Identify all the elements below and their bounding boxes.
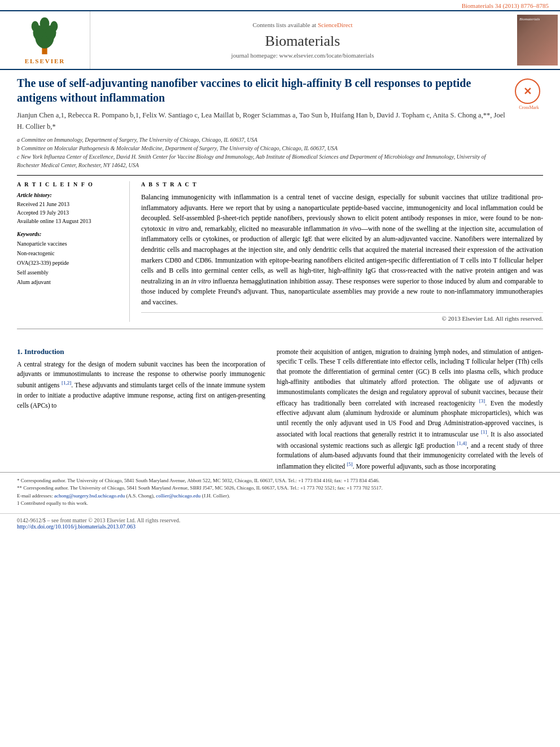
cover-title-text: Biomaterials: [519, 17, 540, 21]
journal-header: ELSEVIER Contents lists available at Sci…: [0, 10, 560, 70]
article-info-column: A R T I C L E I N F O Article history: R…: [17, 181, 130, 322]
svg-point-6: [40, 18, 50, 30]
email-link-chong[interactable]: achong@surgery.bsd.uchicago.edu: [54, 493, 125, 499]
authors-line: Jianjun Chen a,1, Rebecca R. Pompano b,1…: [17, 110, 509, 132]
svg-point-4: [32, 21, 39, 32]
keyword-3: Self assembly: [17, 268, 121, 277]
info-abstract-columns: A R T I C L E I N F O Article history: R…: [17, 181, 543, 322]
affiliation-c: c New York Influenza Center of Excellenc…: [17, 154, 486, 168]
elsevier-tree-icon: [28, 16, 62, 55]
journal-cover-image: Biomaterials: [517, 15, 558, 65]
article-title: The use of self-adjuvanting nanofiber va…: [17, 76, 509, 105]
ref-5[interactable]: [5]: [347, 461, 353, 467]
affiliation-a: a Committee on Immunology, Department of…: [17, 137, 257, 143]
citation-text: Biomaterials 34 (2013) 8776–8785: [462, 2, 549, 9]
section-number: 1. Introduction: [17, 347, 64, 356]
keywords-label: Keywords:: [17, 231, 121, 237]
journal-cover-area: Biomaterials: [515, 11, 560, 69]
keywords-section: Keywords: Nanoparticle vaccines Non-reac…: [17, 231, 121, 287]
keyword-1: Non-reactogenic: [17, 248, 121, 258]
abstract-text: Balancing immunogenicity with inflammati…: [141, 192, 543, 308]
elsevier-text: ELSEVIER: [25, 58, 65, 64]
section-divider: [17, 329, 543, 329]
doi-link[interactable]: http://dx.doi.org/10.1016/j.biomaterials…: [17, 523, 135, 530]
journal-title: Biomaterials: [265, 33, 340, 50]
ref-1-4[interactable]: [1,4]: [457, 440, 467, 446]
crossmark-badge[interactable]: ✕ CrossMark: [515, 78, 543, 110]
accepted-date: Accepted 19 July 2013: [17, 208, 121, 217]
article-title-area: The use of self-adjuvanting nanofiber va…: [17, 76, 509, 169]
abstract-column: A B S T R A C T Balancing immunogenicity…: [141, 181, 543, 322]
article-content: The use of self-adjuvanting nanofiber va…: [0, 70, 560, 347]
top-citation-bar: Biomaterials 34 (2013) 8776–8785: [0, 0, 560, 10]
footnote-equal-contrib: 1 Contributed equally to this work.: [17, 500, 543, 508]
email-link-collier[interactable]: collier@uchicago.edu: [156, 493, 200, 499]
body-right-column: promote their acquisition of antigen, mi…: [277, 347, 543, 472]
keyword-0: Nanoparticle vaccines: [17, 239, 121, 248]
bottom-bar: 0142-9612/$ – see front matter © 2013 El…: [0, 513, 560, 533]
issn-text: 0142-9612/$ – see front matter © 2013 El…: [17, 517, 180, 523]
elsevier-logo-area: ELSEVIER: [0, 11, 90, 69]
intro-paragraph-left: A central strategy for the design of mod…: [17, 360, 265, 411]
footnote-star: * Corresponding author. The University o…: [17, 477, 543, 485]
footnote-email: E-mail addresses: achong@surgery.bsd.uch…: [17, 492, 543, 500]
copyright-notice: © 2013 Elsevier Ltd. All rights reserved…: [141, 312, 543, 322]
keyword-4: Alum adjuvant: [17, 277, 121, 287]
article-title-section: The use of self-adjuvanting nanofiber va…: [17, 76, 543, 176]
elsevier-logo: ELSEVIER: [25, 16, 65, 64]
body-columns: 1. Introduction A central strategy for t…: [0, 347, 560, 472]
footnotes-area: * Corresponding author. The University o…: [0, 472, 560, 513]
ref-1[interactable]: [1]: [481, 429, 487, 435]
body-left-column: 1. Introduction A central strategy for t…: [17, 347, 265, 472]
affiliation-b: b Committee on Molecular Pathogenesis & …: [17, 145, 338, 151]
science-direct-link[interactable]: ScienceDirect: [318, 21, 353, 28]
affiliations: a Committee on Immunology, Department of…: [17, 136, 509, 169]
footnote-double-star: ** Corresponding author. The University …: [17, 484, 543, 492]
keyword-2: OVA(323-339) peptide: [17, 258, 121, 268]
page-wrapper: Biomaterials 34 (2013) 8776–8785 ELSEVIE…: [0, 0, 560, 533]
crossmark-label: CrossMark: [515, 105, 543, 110]
article-history: Article history: Received 21 June 2013 A…: [17, 192, 121, 225]
article-info-heading: A R T I C L E I N F O: [17, 181, 121, 187]
journal-center: Contents lists available at ScienceDirec…: [90, 11, 515, 69]
received-date: Received 21 June 2013: [17, 200, 121, 208]
ref-3[interactable]: [3]: [479, 398, 485, 404]
ref-1-2[interactable]: [1,2]: [62, 380, 71, 386]
available-date: Available online 13 August 2013: [17, 217, 121, 225]
history-label: Article history:: [17, 192, 121, 198]
science-direct-line: Contents lists available at ScienceDirec…: [252, 21, 352, 28]
abstract-heading: A B S T R A C T: [141, 181, 543, 187]
crossmark-icon: ✕: [515, 78, 540, 104]
intro-paragraph-right: promote their acquisition of antigen, mi…: [277, 347, 543, 472]
svg-point-5: [51, 21, 58, 32]
introduction-heading: 1. Introduction: [17, 347, 265, 356]
journal-homepage: journal homepage: www.elsevier.com/locat…: [231, 52, 374, 59]
